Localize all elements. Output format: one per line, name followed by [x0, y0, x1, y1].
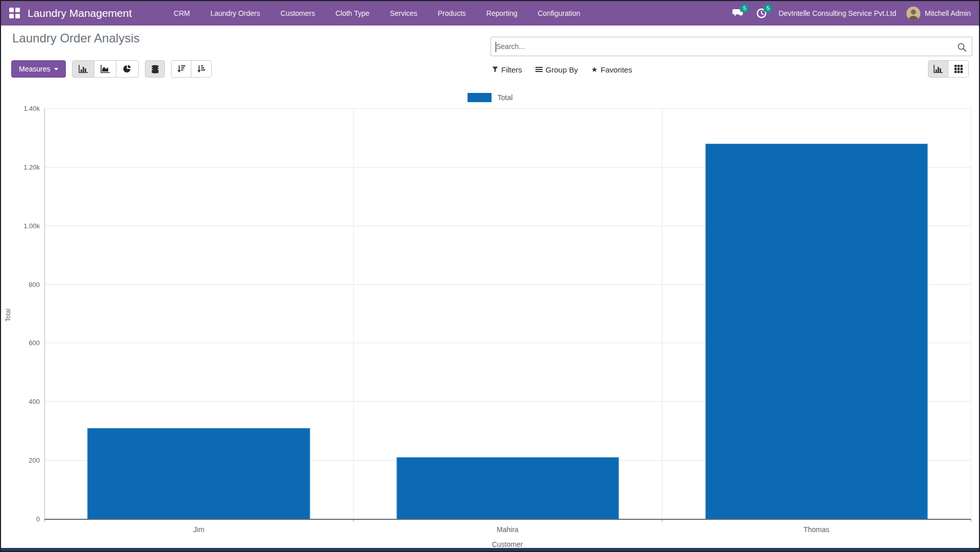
- nav-item-configuration[interactable]: Configuration: [527, 1, 590, 26]
- main-menu: CRM Laundry Orders Customers Cloth Type …: [163, 1, 590, 26]
- top-navbar: Laundry Management CRM Laundry Orders Cu…: [1, 1, 979, 26]
- search-icon[interactable]: [956, 41, 967, 53]
- y-axis-line: [44, 108, 45, 519]
- search-box: [491, 37, 972, 56]
- avatar: [906, 7, 920, 20]
- y-tick-label: 0: [36, 515, 40, 523]
- y-tick-label: 400: [29, 398, 40, 405]
- gridline: [971, 108, 971, 519]
- search-facets: Filters Group By ★ Favorites: [492, 63, 632, 76]
- text-cursor: [496, 42, 496, 52]
- nav-item-reporting[interactable]: Reporting: [476, 1, 528, 26]
- nav-item-cloth-type[interactable]: Cloth Type: [325, 1, 380, 26]
- plot-area: 02004006008001.00k1.20k1.40kJimMahiraTho…: [44, 108, 971, 519]
- nav-item-services[interactable]: Services: [380, 1, 428, 26]
- measures-button[interactable]: Measures: [11, 60, 66, 78]
- graph-view-button[interactable]: [928, 61, 948, 77]
- y-tick-label: 1.20k: [23, 163, 40, 171]
- apps-menu-icon[interactable]: [9, 8, 20, 19]
- chevron-down-icon: [54, 68, 58, 70]
- user-menu[interactable]: Mitchell Admin: [906, 7, 971, 20]
- y-axis-title: Total: [5, 308, 12, 321]
- activities-button[interactable]: 5: [755, 7, 768, 19]
- x-category-label: Mahira: [497, 525, 519, 534]
- pivot-view-button[interactable]: [948, 61, 968, 77]
- chart-legend[interactable]: Total: [1, 93, 979, 102]
- activities-count-badge: 5: [764, 4, 772, 13]
- page-title: Laundry Order Analysis: [12, 31, 139, 45]
- star-icon: ★: [591, 66, 598, 73]
- nav-item-laundry-orders[interactable]: Laundry Orders: [200, 1, 270, 26]
- gridline: [353, 108, 354, 519]
- app-window: Laundry Management CRM Laundry Orders Cu…: [0, 0, 980, 552]
- y-tick-label: 600: [29, 339, 40, 347]
- y-tick-label: 1.00k: [23, 222, 40, 229]
- messages-count-badge: 5: [740, 4, 749, 13]
- sort-group: [171, 60, 212, 78]
- gridline: [44, 108, 971, 109]
- stacked-database-button[interactable]: [145, 61, 164, 77]
- app-title[interactable]: Laundry Management: [28, 7, 132, 19]
- x-category-label: Jim: [193, 525, 205, 534]
- messages-button[interactable]: 5: [731, 7, 745, 19]
- favorites-button[interactable]: ★ Favorites: [591, 65, 632, 74]
- stacked-toggle-group: [145, 60, 165, 78]
- search-input[interactable]: [491, 37, 972, 56]
- legend-label: Total: [498, 93, 513, 102]
- graph-toolbar: Measures: [11, 60, 212, 78]
- y-tick-label: 1.40k: [23, 105, 40, 112]
- navbar-systray: 5 5 DevIntelle Consulting Service Pvt.Lt…: [731, 7, 971, 20]
- area-chart-button[interactable]: [94, 61, 116, 77]
- group-by-button[interactable]: Group By: [535, 65, 578, 74]
- sort-desc-button[interactable]: [172, 61, 191, 77]
- nav-item-crm[interactable]: CRM: [163, 1, 200, 26]
- company-switcher[interactable]: DevIntelle Consulting Service Pvt.Ltd: [778, 9, 896, 17]
- filters-button[interactable]: Filters: [492, 65, 522, 74]
- chart-type-group: [72, 60, 139, 78]
- bar-thomas[interactable]: [705, 143, 928, 519]
- bottom-edge-strip: [1, 548, 979, 551]
- x-axis-baseline: [44, 519, 971, 520]
- x-axis-title: Customer: [492, 540, 523, 548]
- bar-mahira[interactable]: [396, 457, 619, 519]
- sort-asc-button[interactable]: [191, 61, 211, 77]
- user-name: Mitchell Admin: [925, 9, 971, 17]
- gridline: [662, 108, 663, 519]
- x-category-label: Thomas: [803, 525, 829, 534]
- filter-funnel-icon: [492, 66, 498, 73]
- view-switcher: [928, 60, 969, 78]
- bar-chart-button[interactable]: [72, 61, 94, 77]
- bar-jim[interactable]: [87, 428, 310, 519]
- legend-swatch: [468, 93, 492, 102]
- x-axis-tick: [971, 519, 971, 522]
- nav-item-customers[interactable]: Customers: [270, 1, 325, 26]
- nav-item-products[interactable]: Products: [428, 1, 476, 26]
- pie-chart-button[interactable]: [116, 61, 138, 77]
- y-tick-label: 200: [29, 457, 40, 464]
- y-tick-label: 800: [29, 280, 40, 288]
- group-by-bars-icon: [535, 66, 543, 73]
